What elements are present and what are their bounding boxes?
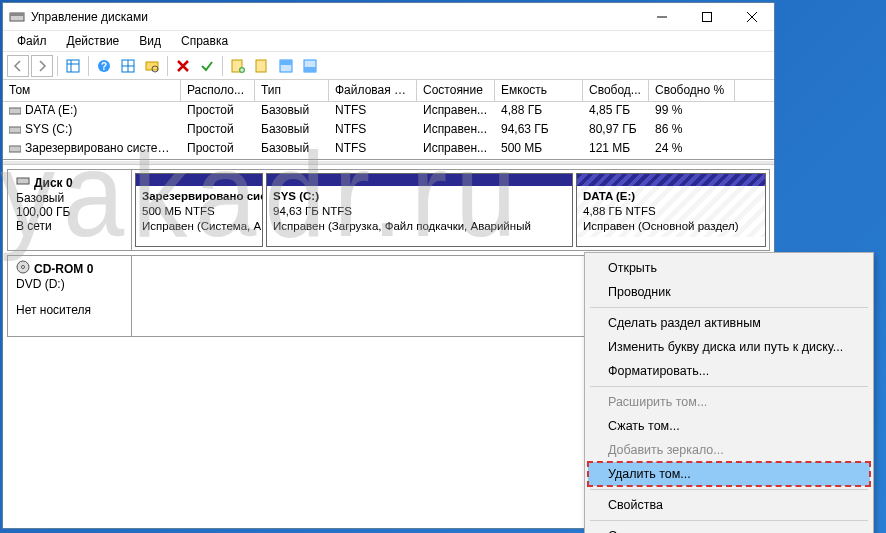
- refresh-scan-icon[interactable]: [141, 55, 163, 77]
- cdrom-icon: [16, 260, 30, 277]
- volume-row[interactable]: SYS (C:) Простой Базовый NTFS Исправен..…: [3, 121, 774, 140]
- help-icon[interactable]: ?: [93, 55, 115, 77]
- cm-help[interactable]: Справка: [588, 524, 870, 533]
- svg-rect-24: [9, 127, 21, 133]
- svg-rect-3: [702, 12, 711, 21]
- view-grid-icon[interactable]: [117, 55, 139, 77]
- volume-action-icon[interactable]: [251, 55, 273, 77]
- col-free[interactable]: Свобод...: [583, 80, 649, 101]
- cm-add-mirror: Добавить зеркало...: [588, 438, 870, 462]
- window-title: Управление дисками: [31, 10, 639, 24]
- cm-change-letter[interactable]: Изменить букву диска или путь к диску...: [588, 335, 870, 359]
- col-layout[interactable]: Располо...: [181, 80, 255, 101]
- close-button[interactable]: [729, 3, 774, 31]
- cm-explorer[interactable]: Проводник: [588, 280, 870, 304]
- col-capacity[interactable]: Емкость: [495, 80, 583, 101]
- menu-help[interactable]: Справка: [171, 32, 238, 50]
- svg-rect-18: [256, 60, 266, 72]
- col-freepct[interactable]: Свободно %: [649, 80, 735, 101]
- toolbar: ?: [3, 52, 774, 80]
- back-button[interactable]: [7, 55, 29, 77]
- cm-delete-volume[interactable]: Удалить том...: [588, 462, 870, 486]
- cm-shrink[interactable]: Сжать том...: [588, 414, 870, 438]
- app-icon: [9, 9, 25, 25]
- volume-list-header: Том Располо... Тип Файловая с... Состоян…: [3, 80, 774, 102]
- cm-extend: Расширить том...: [588, 390, 870, 414]
- menu-file[interactable]: Файл: [7, 32, 57, 50]
- disk-icon: [16, 174, 30, 191]
- partition-reserved[interactable]: Зарезервировано систе 500 МБ NTFS Исправ…: [135, 173, 263, 247]
- col-volume[interactable]: Том: [3, 80, 181, 101]
- svg-text:?: ?: [101, 61, 107, 72]
- titlebar: Управление дисками: [3, 3, 774, 31]
- menu-action[interactable]: Действие: [57, 32, 130, 50]
- cm-properties[interactable]: Свойства: [588, 493, 870, 517]
- col-type[interactable]: Тип: [255, 80, 329, 101]
- layout-bottom-icon[interactable]: [299, 55, 321, 77]
- minimize-button[interactable]: [639, 3, 684, 31]
- volume-icon: [9, 105, 21, 117]
- cdrom-info[interactable]: CD-ROM 0 DVD (D:) Нет носителя: [8, 256, 132, 336]
- new-volume-icon[interactable]: [227, 55, 249, 77]
- layout-top-icon[interactable]: [275, 55, 297, 77]
- svg-rect-20: [280, 60, 292, 65]
- delete-x-icon[interactable]: [172, 55, 194, 77]
- svg-rect-25: [9, 146, 21, 152]
- svg-rect-1: [10, 13, 24, 16]
- disk-row-0: Диск 0 Базовый 100,00 ГБ В сети Зарезерв…: [7, 169, 770, 251]
- partition-sys-c[interactable]: SYS (C:) 94,63 ГБ NTFS Исправен (Загрузк…: [266, 173, 573, 247]
- svg-rect-26: [17, 178, 29, 184]
- forward-button[interactable]: [31, 55, 53, 77]
- volume-list: Том Располо... Тип Файловая с... Состоян…: [3, 80, 774, 160]
- cm-make-active[interactable]: Сделать раздел активным: [588, 311, 870, 335]
- disk-info[interactable]: Диск 0 Базовый 100,00 ГБ В сети: [8, 170, 132, 250]
- partition-data-e[interactable]: DATA (E:) 4,88 ГБ NTFS Исправен (Основно…: [576, 173, 766, 247]
- volume-icon: [9, 143, 21, 155]
- cm-open[interactable]: Открыть: [588, 256, 870, 280]
- svg-point-28: [22, 266, 25, 269]
- volume-row[interactable]: Зарезервировано системой Простой Базовый…: [3, 140, 774, 159]
- settings-check-icon[interactable]: [196, 55, 218, 77]
- svg-rect-6: [67, 60, 79, 72]
- volume-row[interactable]: DATA (E:) Простой Базовый NTFS Исправен.…: [3, 102, 774, 121]
- col-status[interactable]: Состояние: [417, 80, 495, 101]
- maximize-button[interactable]: [684, 3, 729, 31]
- svg-rect-22: [304, 67, 316, 72]
- volume-icon: [9, 124, 21, 136]
- svg-rect-23: [9, 108, 21, 114]
- context-menu: Открыть Проводник Сделать раздел активны…: [584, 252, 874, 533]
- cm-format[interactable]: Форматировать...: [588, 359, 870, 383]
- view-list-icon[interactable]: [62, 55, 84, 77]
- col-fs[interactable]: Файловая с...: [329, 80, 417, 101]
- menubar: Файл Действие Вид Справка: [3, 31, 774, 52]
- menu-view[interactable]: Вид: [129, 32, 171, 50]
